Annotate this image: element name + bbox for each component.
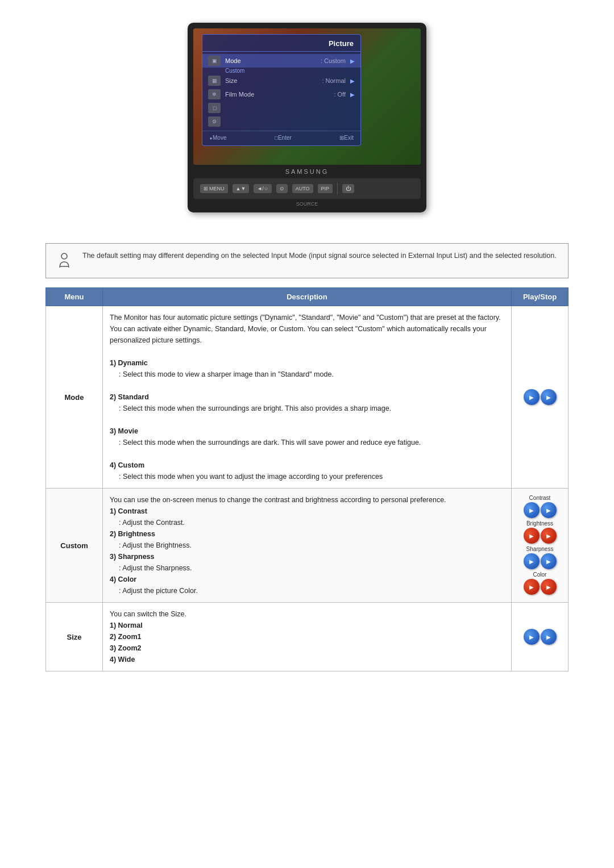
ctrl-source-label: SOURCE	[193, 199, 421, 207]
mode-item-2-label: 2) Standard	[110, 393, 149, 401]
mode-item-3-label: 3) Movie	[110, 427, 138, 435]
stop-btn-mode[interactable]	[541, 389, 557, 405]
stop-btn-contrast[interactable]	[541, 502, 557, 518]
icon1: ◻	[208, 103, 221, 113]
icon2: ⚙	[208, 116, 221, 127]
ctrl-pip[interactable]: PIP	[318, 184, 333, 193]
stop-btn-brightness[interactable]	[541, 528, 557, 544]
color-label: Color	[518, 571, 561, 578]
play-btn-size[interactable]	[524, 629, 540, 645]
ctrl-source-btn[interactable]: ⊙	[276, 184, 288, 193]
stop-btn-color[interactable]	[541, 579, 557, 595]
menu-row-filmmode: ✻ Film Mode : Off ▶	[202, 87, 360, 101]
brightness-label: Brightness	[518, 520, 561, 527]
osd-menu: Picture ▣ Mode : Custom ▶ Custom ▦ Size …	[202, 34, 361, 146]
table-row-custom: Custom You can use the on-screen menus t…	[46, 489, 569, 603]
info-section: The default setting may different depend…	[45, 243, 569, 278]
desc-cell-size: You can switch the Size. 1) Normal 2) Zo…	[103, 603, 512, 671]
table-row-mode: Mode The Monitor has four automatic pict…	[46, 306, 569, 489]
description-table: Menu Description Play/Stop Mode The Moni…	[45, 287, 569, 671]
mode-item-1-label: 1) Dynamic	[110, 359, 148, 367]
menu-row-icon1: ◻	[202, 101, 360, 115]
custom-item-3-label: 3) Sharpness	[110, 553, 155, 561]
stop-btn-sharpness[interactable]	[541, 553, 557, 569]
mode-item-3-detail: : Select this mode when the surroundings…	[110, 437, 504, 448]
ps-pair-size	[518, 629, 561, 645]
menu-row-size: ▦ Size : Normal ▶	[202, 74, 360, 87]
menu-row-mode: ▣ Mode : Custom ▶	[202, 54, 360, 68]
col-menu: Menu	[46, 288, 103, 306]
menu-cell-size: Size	[46, 603, 103, 671]
menu-cell-custom: Custom	[46, 489, 103, 603]
play-btn-color[interactable]	[524, 579, 540, 595]
ctrl-power[interactable]: ⏻	[342, 184, 354, 193]
tv-brand: SAMSUNG	[193, 165, 421, 176]
info-icon	[54, 251, 74, 271]
tv-screen: Picture ▣ Mode : Custom ▶ Custom ▦ Size …	[193, 28, 421, 165]
menu-row-icon2: ⚙	[202, 115, 360, 128]
size-item-4-label: 4) Wide	[110, 656, 135, 663]
ps-pair-brightness	[518, 528, 561, 544]
menu-title: Picture	[202, 39, 360, 52]
desc-cell-custom: You can use the on-screen menus to chang…	[103, 489, 512, 603]
custom-item-3-detail: : Adjust the Sharpness.	[110, 562, 504, 574]
mode-item-1-detail: : Select this mode to view a sharper ima…	[110, 369, 504, 380]
svg-point-0	[61, 253, 67, 259]
table-section: Menu Description Play/Stop Mode The Moni…	[45, 287, 569, 671]
tv-controls: ⊞MENU ▲▼ ◄/☆ ⊙ AUTO PIP ⏻	[193, 178, 421, 199]
size-item-2-label: 2) Zoom1	[110, 633, 142, 641]
ctrl-av[interactable]: ▲▼	[233, 184, 250, 193]
play-btn-sharpness[interactable]	[524, 553, 540, 569]
size-icon: ▦	[208, 76, 221, 86]
custom-item-2-detail: : Adjust the Brightness.	[110, 540, 504, 551]
ctrl-menu[interactable]: ⊞MENU	[200, 184, 228, 193]
info-text: The default setting may different depend…	[82, 251, 557, 261]
film-icon: ✻	[208, 89, 221, 99]
custom-item-2-label: 2) Brightness	[110, 530, 155, 538]
mode-item-2-detail: : Select this mode when the surroundings…	[110, 403, 504, 414]
ps-pair-mode	[518, 389, 561, 405]
mode-item-4-label: 4) Custom	[110, 461, 144, 469]
ctrl-brightness[interactable]: ◄/☆	[254, 184, 271, 193]
custom-item-1-label: 1) Contrast	[110, 507, 147, 515]
tv-container: Picture ▣ Mode : Custom ▶ Custom ▦ Size …	[188, 23, 426, 212]
ctrl-auto[interactable]: AUTO	[292, 184, 313, 193]
table-row-size: Size You can switch the Size. 1) Normal …	[46, 603, 569, 671]
table-header-row: Menu Description Play/Stop	[46, 288, 569, 306]
menu-footer: ⬧Move □Enter ⊞Exit	[202, 131, 360, 141]
size-item-1-label: 1) Normal	[110, 621, 143, 629]
menu-cell-mode: Mode	[46, 306, 103, 489]
mode-item-4-detail: : Select this mode when you want to adju…	[110, 471, 504, 482]
sharpness-label: Sharpness	[518, 546, 561, 552]
col-description: Description	[103, 288, 512, 306]
ctrl-divider	[337, 183, 338, 194]
custom-item-1-detail: : Adjust the Contrast.	[110, 517, 504, 528]
tv-section: Picture ▣ Mode : Custom ▶ Custom ▦ Size …	[0, 0, 614, 229]
desc-cell-mode: The Monitor has four automatic picture s…	[103, 306, 512, 489]
play-btn-mode[interactable]	[524, 389, 540, 405]
size-item-3-label: 3) Zoom2	[110, 644, 142, 652]
play-btn-brightness[interactable]	[524, 528, 540, 544]
ps-pair-sharpness	[518, 553, 561, 569]
playstop-cell-custom: Contrast Brightness Sharpness	[512, 489, 569, 603]
ps-pair-color	[518, 579, 561, 595]
play-btn-contrast[interactable]	[524, 502, 540, 518]
ps-pair-contrast	[518, 502, 561, 518]
playstop-cell-mode	[512, 306, 569, 489]
playstop-cell-size	[512, 603, 569, 671]
stop-btn-size[interactable]	[541, 629, 557, 645]
col-playstop: Play/Stop	[512, 288, 569, 306]
custom-item-4-label: 4) Color	[110, 575, 136, 583]
contrast-label: Contrast	[518, 495, 561, 501]
custom-item-4-detail: : Adjust the picture Color.	[110, 585, 504, 596]
mode-icon: ▣	[208, 56, 221, 66]
